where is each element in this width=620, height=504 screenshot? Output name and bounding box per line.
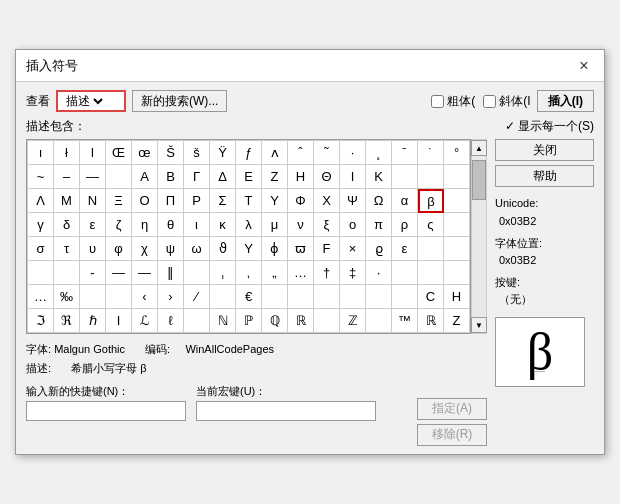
char-cell[interactable]: ℏ [80, 309, 106, 333]
char-cell[interactable]: υ [80, 237, 106, 261]
new-search-button[interactable]: 新的搜索(W)... [132, 90, 227, 112]
char-cell[interactable]: Ÿ [210, 141, 236, 165]
char-cell[interactable]: ˙ [418, 141, 444, 165]
char-cell[interactable] [262, 285, 288, 309]
char-cell[interactable]: l [80, 141, 106, 165]
char-cell[interactable]: € [236, 285, 262, 309]
char-cell[interactable]: ι [184, 213, 210, 237]
char-cell[interactable]: ‡ [340, 261, 366, 285]
char-cell[interactable]: · [366, 261, 392, 285]
bold-checkbox[interactable] [431, 95, 444, 108]
char-cell[interactable]: … [28, 285, 54, 309]
char-cell[interactable] [184, 309, 210, 333]
scroll-down-button[interactable]: ▼ [471, 317, 487, 333]
char-cell[interactable]: ϖ [288, 237, 314, 261]
char-cell[interactable]: μ [262, 213, 288, 237]
char-cell[interactable]: I [340, 165, 366, 189]
char-cell[interactable]: ς [418, 213, 444, 237]
help-button[interactable]: 帮助 [495, 165, 594, 187]
char-cell[interactable]: O [132, 189, 158, 213]
char-cell[interactable]: ° [444, 141, 470, 165]
char-cell[interactable]: ™ [392, 309, 418, 333]
char-cell[interactable]: F [314, 237, 340, 261]
char-cell[interactable]: ο [340, 213, 366, 237]
char-cell[interactable] [106, 285, 132, 309]
char-cell[interactable] [418, 165, 444, 189]
char-cell[interactable]: X [314, 189, 340, 213]
char-cell[interactable] [54, 261, 80, 285]
show-each-option[interactable]: ✓ 显示每一个(S) [505, 118, 594, 135]
char-cell[interactable]: ℓ [158, 309, 184, 333]
remove-button[interactable]: 移除(R) [417, 424, 487, 446]
char-cell[interactable]: Z [444, 309, 470, 333]
char-cell[interactable]: γ [28, 213, 54, 237]
char-cell[interactable]: ℙ [236, 309, 262, 333]
char-cell[interactable]: λ [236, 213, 262, 237]
scroll-up-button[interactable]: ▲ [471, 140, 487, 156]
char-cell[interactable] [366, 309, 392, 333]
char-cell[interactable]: Λ [28, 189, 54, 213]
char-cell[interactable]: ı [28, 141, 54, 165]
close-dialog-button[interactable]: × [574, 56, 594, 76]
char-cell[interactable]: π [366, 213, 392, 237]
close-button[interactable]: 关闭 [495, 139, 594, 161]
char-cell[interactable] [444, 261, 470, 285]
char-cell[interactable]: ‖ [158, 261, 184, 285]
char-cell[interactable] [444, 213, 470, 237]
char-cell[interactable]: H [444, 285, 470, 309]
char-cell[interactable] [366, 285, 392, 309]
char-cell[interactable]: ˆ [288, 141, 314, 165]
char-cell[interactable] [444, 165, 470, 189]
char-cell[interactable]: ϕ [262, 237, 288, 261]
char-cell[interactable] [392, 165, 418, 189]
char-cell[interactable]: β [418, 189, 444, 213]
char-cell[interactable]: — [106, 261, 132, 285]
char-cell[interactable]: — [80, 165, 106, 189]
char-cell[interactable] [210, 285, 236, 309]
char-cell[interactable]: ℒ [132, 309, 158, 333]
char-cell[interactable]: δ [54, 213, 80, 237]
char-cell[interactable]: › [158, 285, 184, 309]
char-cell[interactable]: ϑ [210, 237, 236, 261]
char-cell[interactable]: ℤ [340, 309, 366, 333]
char-cell[interactable]: Ω [366, 189, 392, 213]
char-cell[interactable]: T [236, 189, 262, 213]
char-cell[interactable]: ϱ [366, 237, 392, 261]
char-cell[interactable]: σ [28, 237, 54, 261]
view-dropdown[interactable]: 描述 [56, 90, 126, 112]
char-cell[interactable]: ⁄ [184, 285, 210, 309]
char-cell[interactable]: ʌ [262, 141, 288, 165]
char-cell[interactable]: ω [184, 237, 210, 261]
char-cell[interactable] [392, 261, 418, 285]
char-cell[interactable]: ¸ [366, 141, 392, 165]
char-cell[interactable]: ℝ [288, 309, 314, 333]
char-cell[interactable]: ℑ [28, 309, 54, 333]
char-cell[interactable]: φ [106, 237, 132, 261]
insert-button[interactable]: 插入(I) [537, 90, 594, 112]
char-cell[interactable]: Œ [106, 141, 132, 165]
char-cell[interactable] [288, 285, 314, 309]
char-cell[interactable]: ℕ [210, 309, 236, 333]
char-cell[interactable]: ℜ [54, 309, 80, 333]
char-cell[interactable]: Ψ [340, 189, 366, 213]
char-cell[interactable]: ℝ [418, 309, 444, 333]
char-cell[interactable] [184, 261, 210, 285]
char-cell[interactable]: ‚ [236, 261, 262, 285]
char-cell[interactable] [418, 261, 444, 285]
char-cell[interactable]: - [80, 261, 106, 285]
char-cell[interactable]: H [288, 165, 314, 189]
char-cell[interactable] [444, 189, 470, 213]
char-cell[interactable]: B [158, 165, 184, 189]
char-cell[interactable]: ˌ [210, 261, 236, 285]
char-cell[interactable]: ψ [158, 237, 184, 261]
char-cell[interactable]: ζ [106, 213, 132, 237]
char-cell[interactable]: Π [158, 189, 184, 213]
char-cell[interactable]: Φ [288, 189, 314, 213]
char-cell[interactable] [392, 285, 418, 309]
scroll-thumb[interactable] [472, 160, 486, 200]
char-cell[interactable]: K [366, 165, 392, 189]
char-cell[interactable]: Υ [236, 237, 262, 261]
char-cell[interactable] [106, 165, 132, 189]
char-cell[interactable]: Σ [210, 189, 236, 213]
char-cell[interactable]: Z [262, 165, 288, 189]
